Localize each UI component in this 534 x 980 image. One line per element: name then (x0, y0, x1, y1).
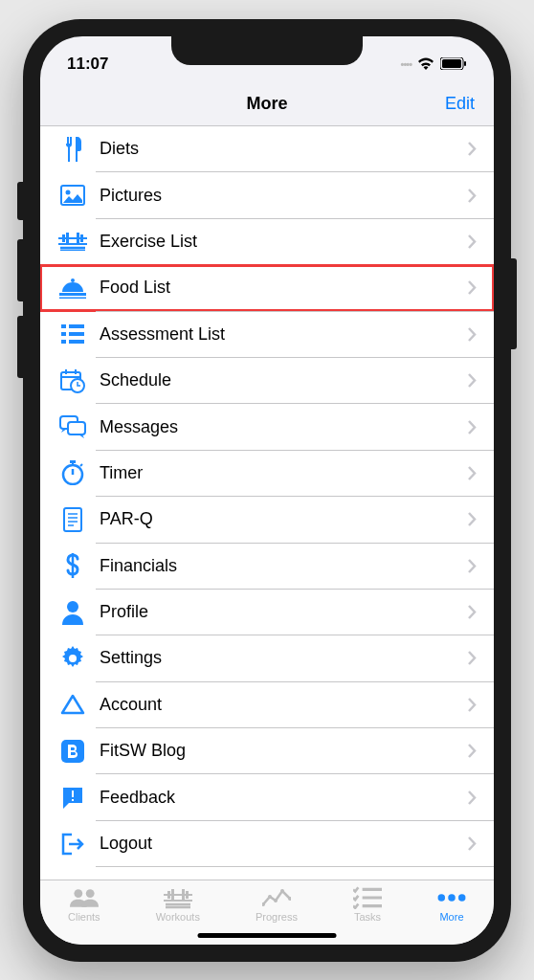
tab-progress[interactable]: Progress (256, 886, 298, 923)
svg-rect-15 (61, 332, 66, 336)
barbell-icon (57, 226, 88, 256)
list-item[interactable]: Logout (40, 820, 494, 866)
list-item-label: Account (100, 695, 468, 715)
tab-clients[interactable]: Clients (68, 886, 100, 923)
tab-more[interactable]: More (437, 886, 466, 923)
list-item-label: Financials (100, 556, 468, 576)
list-item-label: Assessment List (100, 324, 468, 345)
chevron-right-icon (468, 836, 477, 851)
screen: 11:07 •••• More Edit DietsPicturesExerci… (40, 36, 494, 945)
chevron-right-icon (468, 189, 477, 203)
gear-icon (57, 643, 88, 674)
svg-point-57 (438, 894, 446, 902)
chat-icon (57, 412, 88, 442)
list-item[interactable]: Diets (40, 126, 494, 172)
notch (171, 36, 363, 65)
svg-rect-12 (59, 297, 86, 299)
chevron-right-icon (468, 142, 477, 156)
checklist-icon (353, 886, 382, 909)
list-item[interactable]: PAR-Q (40, 497, 494, 543)
svg-point-42 (74, 889, 82, 898)
list-item[interactable]: Feedback (40, 774, 494, 820)
svg-rect-2 (464, 61, 466, 66)
chevron-right-icon (468, 698, 477, 712)
phone-frame: 11:07 •••• More Edit DietsPicturesExerci… (23, 19, 511, 962)
svg-rect-22 (75, 369, 77, 374)
svg-rect-27 (70, 460, 76, 463)
list-item-label: Schedule (100, 370, 468, 390)
list-item-label: PAR-Q (100, 509, 468, 529)
svg-point-50 (268, 895, 272, 899)
list-item[interactable]: Profile (40, 589, 494, 635)
svg-rect-41 (72, 799, 74, 801)
chevron-right-icon (468, 327, 477, 342)
cloche-icon (57, 273, 88, 303)
chevron-right-icon (468, 280, 477, 295)
svg-point-4 (66, 190, 71, 195)
blog-icon (57, 736, 88, 767)
svg-rect-44 (167, 891, 170, 899)
list-item[interactable]: Timer (40, 450, 494, 496)
svg-rect-47 (186, 891, 189, 899)
status-icons: •••• (401, 57, 467, 70)
list-item[interactable]: Messages (40, 404, 494, 450)
list-item-label: Food List (100, 278, 468, 298)
edit-button[interactable]: Edit (445, 94, 475, 114)
list-item[interactable]: Assessment List (40, 311, 494, 357)
svg-rect-7 (77, 233, 79, 244)
svg-rect-16 (69, 332, 84, 336)
svg-rect-18 (69, 340, 84, 344)
home-indicator[interactable] (198, 933, 337, 938)
svg-rect-8 (80, 234, 83, 242)
list-item-label: Exercise List (100, 232, 468, 252)
svg-point-58 (448, 894, 456, 902)
signal-dots-icon: •••• (401, 58, 412, 70)
list-item-label: Profile (100, 602, 468, 622)
tab-workouts[interactable]: Workouts (156, 886, 200, 923)
chevron-right-icon (468, 791, 477, 805)
tab-label: Workouts (156, 911, 200, 923)
chevron-right-icon (468, 651, 477, 665)
svg-rect-5 (62, 234, 65, 242)
svg-rect-14 (69, 324, 84, 328)
list-item[interactable]: Account (40, 681, 494, 727)
svg-point-52 (280, 889, 284, 893)
stopwatch-icon (57, 457, 88, 488)
svg-rect-11 (59, 293, 86, 296)
svg-point-38 (69, 655, 77, 662)
tab-tasks[interactable]: Tasks (353, 886, 382, 923)
svg-point-37 (67, 601, 78, 612)
list-item-label: Feedback (100, 788, 468, 808)
page-title: More (246, 94, 287, 114)
dollar-icon (57, 550, 88, 581)
tab-label: More (439, 911, 463, 923)
list-item[interactable]: Food List (40, 265, 494, 311)
utensils-icon (57, 134, 88, 165)
list-item-label: Pictures (100, 186, 468, 206)
svg-point-51 (274, 899, 278, 902)
chevron-right-icon (468, 605, 477, 619)
list-item[interactable]: Schedule (40, 357, 494, 403)
chevron-right-icon (468, 559, 477, 573)
svg-rect-40 (72, 791, 74, 797)
svg-rect-21 (65, 369, 67, 374)
list-item-label: Settings (100, 648, 468, 668)
people-icon (70, 886, 99, 909)
tab-label: Progress (256, 911, 298, 923)
svg-rect-25 (68, 422, 85, 434)
svg-point-59 (458, 894, 466, 902)
list-item[interactable]: Settings (40, 635, 494, 681)
list-item[interactable]: FitSW Blog (40, 728, 494, 774)
list-icon (57, 319, 88, 349)
svg-point-43 (86, 889, 95, 898)
list-item[interactable]: Financials (40, 543, 494, 589)
list-item-label: Logout (100, 834, 468, 854)
svg-rect-13 (61, 324, 66, 328)
svg-rect-6 (66, 233, 69, 244)
list-item-label: Diets (100, 139, 468, 159)
list-item[interactable]: Exercise List (40, 218, 494, 264)
list-item-label: Messages (100, 417, 468, 437)
side-button (17, 182, 23, 220)
list-item[interactable]: Pictures (40, 172, 494, 218)
status-time: 11:07 (67, 55, 108, 74)
